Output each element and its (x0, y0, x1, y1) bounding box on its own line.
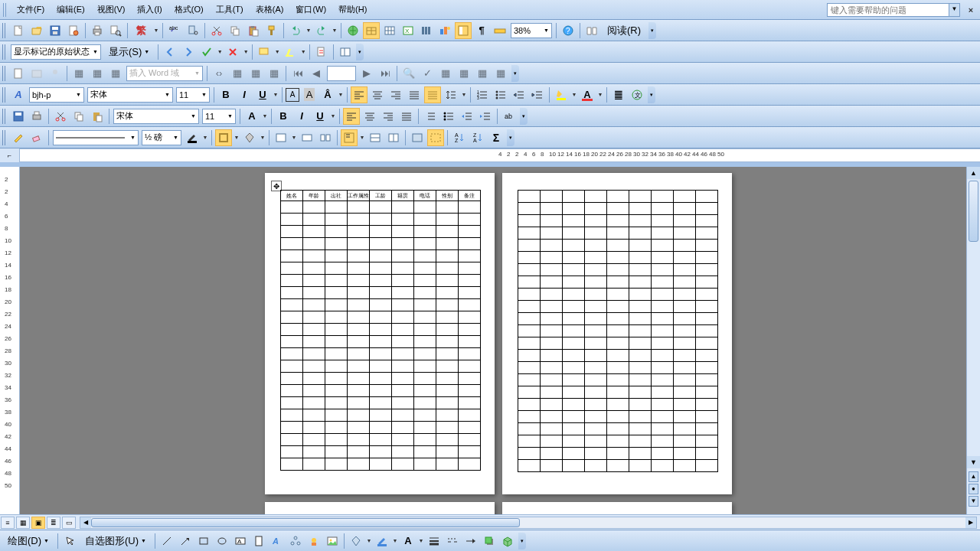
bullets-button[interactable] (492, 86, 509, 103)
font-color-button-3[interactable]: A (400, 533, 416, 549)
toolbar-options-icon[interactable]: ▾ (648, 86, 655, 103)
close-icon[interactable]: × (965, 4, 977, 16)
align-distributed-button[interactable] (424, 86, 441, 103)
insert-table-button[interactable] (381, 22, 398, 39)
format-painter-button[interactable] (263, 22, 280, 39)
next-change-button[interactable] (180, 44, 197, 60)
highlight-color-button[interactable] (553, 86, 570, 103)
picture-button[interactable] (324, 533, 341, 549)
menu-format[interactable]: 格式(O) (168, 2, 210, 18)
wordart-button[interactable]: A (269, 533, 286, 549)
accept-change-button[interactable] (198, 44, 215, 60)
normal-view-button[interactable]: ≡ (1, 517, 15, 529)
dropdown-icon[interactable]: ▼ (358, 129, 366, 146)
phonetic-guide-button[interactable]: 文 (629, 86, 645, 103)
dropdown-icon[interactable]: ▼ (152, 22, 160, 39)
menu-table[interactable]: 表格(A) (250, 2, 290, 18)
font-color-button-2[interactable]: A (243, 108, 260, 125)
vtextbox-button[interactable] (250, 533, 267, 549)
reject-change-button[interactable] (224, 44, 241, 60)
drawing-button[interactable] (436, 22, 453, 39)
border-color-button[interactable] (184, 129, 201, 146)
paste-button[interactable] (89, 108, 106, 125)
toolbar-options-icon[interactable]: ▾ (507, 129, 514, 146)
print-preview-button[interactable] (107, 22, 124, 39)
align-center-button-2[interactable] (361, 108, 378, 125)
line-color-button[interactable] (374, 533, 390, 549)
cut-button[interactable] (52, 108, 69, 125)
permission-button[interactable] (65, 22, 82, 39)
toolbar-options-icon[interactable]: ▾ (356, 44, 364, 60)
clipart-button[interactable] (305, 533, 322, 549)
align-right-button-2[interactable] (380, 108, 397, 125)
draw-table-button[interactable] (10, 129, 27, 146)
text-direction-button[interactable]: ab (501, 108, 518, 125)
document-map-button[interactable] (455, 22, 472, 39)
distribute-cols-button[interactable] (385, 129, 402, 146)
line-button[interactable] (158, 533, 175, 549)
prev-page-button[interactable]: ▲ (969, 471, 978, 482)
next-page-button[interactable]: ▼ (969, 496, 978, 507)
outline-view-button[interactable]: ≣ (47, 517, 60, 529)
dropdown-icon[interactable]: ▼ (305, 22, 312, 39)
menu-view[interactable]: 视图(V) (91, 2, 132, 18)
dropdown-icon[interactable]: ▼ (259, 129, 266, 146)
read-icon[interactable] (583, 22, 600, 39)
fontsize-combo[interactable]: 11▼ (176, 87, 210, 103)
bold-button-2[interactable]: B (275, 108, 292, 125)
char-border-button[interactable]: A (286, 88, 299, 102)
save-button[interactable] (10, 108, 27, 125)
dropdown-icon[interactable]: ▼ (331, 22, 338, 39)
line-style-combo[interactable]: ▼ (53, 130, 139, 145)
vertical-ruler[interactable]: 2246810121416182022242628303234363840424… (0, 167, 20, 514)
reading-view-button[interactable]: ▭ (62, 517, 76, 529)
arrow-style-button[interactable] (462, 533, 479, 549)
line-weight-combo[interactable]: ½ 磅▼ (142, 130, 181, 145)
insert-excel-button[interactable]: X (400, 22, 416, 39)
eraser-button[interactable] (28, 129, 45, 146)
align-left-button[interactable] (351, 86, 368, 103)
select-browse-button[interactable]: ● (969, 484, 978, 494)
highlight-button[interactable] (282, 44, 299, 60)
dropdown-icon[interactable]: ▼ (417, 533, 425, 549)
oval-button[interactable] (214, 533, 230, 549)
rectangle-button[interactable] (195, 533, 212, 549)
traditional-button[interactable]: 繁 (131, 22, 152, 39)
setup-doc-button[interactable] (10, 65, 27, 82)
dropdown-icon[interactable]: ▼ (290, 129, 298, 146)
toolbar-options-icon[interactable]: ▾ (511, 65, 519, 82)
dropdown-icon[interactable]: ▼ (201, 129, 209, 146)
read-button[interactable]: 阅读(R) (602, 22, 646, 39)
increase-indent-button[interactable] (529, 86, 546, 103)
dropdown-icon[interactable]: ▼ (460, 86, 468, 103)
numbering-button[interactable]: 123 (474, 86, 491, 103)
menu-file[interactable]: 文件(F) (11, 2, 51, 18)
merge-cells-button[interactable] (299, 129, 315, 146)
menu-edit[interactable]: 编辑(E) (51, 2, 91, 18)
arrow-button[interactable] (177, 533, 194, 549)
menu-window[interactable]: 窗口(W) (289, 2, 332, 18)
help-button[interactable]: ? (560, 22, 577, 39)
dropdown-icon[interactable]: ▼ (329, 108, 337, 125)
toolbar-options-icon[interactable]: ▾ (518, 533, 526, 549)
markup-display-combo[interactable]: 显示标记的原始状态▼ (11, 44, 101, 60)
cell-align-button[interactable] (341, 129, 358, 146)
align-left-button-2[interactable] (343, 108, 360, 125)
italic-button[interactable]: I (236, 86, 253, 103)
dropdown-icon[interactable]: ▼ (365, 533, 373, 549)
horizontal-ruler[interactable]: 4224681012141618202224262830323436384042… (20, 148, 980, 161)
shadow-button[interactable] (481, 533, 498, 549)
dropdown-icon[interactable]: ▼ (242, 44, 250, 60)
bold-button[interactable]: B (217, 86, 234, 103)
outside-border-button[interactable] (215, 129, 232, 146)
show-hide-button[interactable]: ¶ (473, 22, 490, 39)
dropdown-icon[interactable]: ▼ (596, 86, 604, 103)
dropdown-icon[interactable]: ▼ (272, 86, 279, 103)
dropdown-icon[interactable]: ▼ (299, 44, 307, 60)
help-dropdown-icon[interactable]: ▼ (949, 3, 960, 17)
font-combo[interactable]: 宋体▼ (87, 87, 173, 103)
scroll-up-icon[interactable]: ▲ (967, 167, 980, 179)
ruler-button[interactable] (492, 22, 508, 39)
new-button[interactable] (10, 22, 27, 39)
diagram-button[interactable] (287, 533, 304, 549)
